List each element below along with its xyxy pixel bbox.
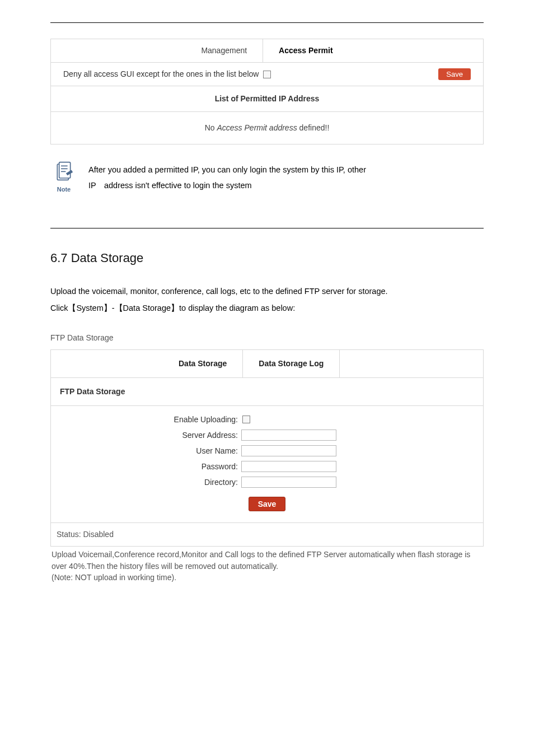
mid-rule xyxy=(50,228,484,228)
section-body: Upload the voicemail, monitor, conferenc… xyxy=(50,283,484,317)
ftp-caption: FTP Data Storage xyxy=(50,332,484,344)
ftp-tab-spacer-left xyxy=(51,350,163,377)
empty-italic: Access Permit address xyxy=(217,123,297,132)
tab-access-permit[interactable]: Access Permit xyxy=(263,39,349,62)
label-directory: Directory: xyxy=(51,477,241,488)
tab-data-storage[interactable]: Data Storage xyxy=(163,350,243,377)
svg-rect-1 xyxy=(59,162,71,178)
ftp-group-header: FTP Data Storage xyxy=(51,378,483,406)
note-icon-label: Note xyxy=(57,185,71,194)
ftp-tabs: Data Storage Data Storage Log xyxy=(51,350,483,378)
permitted-list-header: List of Permitted IP Address xyxy=(51,86,483,112)
label-user-name: User Name: xyxy=(51,445,241,457)
ftp-footer: Upload Voicemail,Conference record,Monit… xyxy=(50,547,484,583)
ftp-footer-line2: (Note: NOT upload in working time). xyxy=(51,572,483,583)
note-text: After you added a permitted IP, you can … xyxy=(88,161,366,193)
deny-label: Deny all access GUI except for the ones … xyxy=(63,68,259,80)
deny-row: Deny all access GUI except for the ones … xyxy=(51,63,483,86)
ftp-panel: Data Storage Data Storage Log FTP Data S… xyxy=(50,349,484,547)
top-rule xyxy=(50,22,484,23)
password-input[interactable] xyxy=(241,461,336,472)
label-password: Password: xyxy=(51,461,241,473)
section-heading: 6.7 Data Storage xyxy=(50,249,484,267)
permitted-list-empty: No Access Permit address defined!! xyxy=(51,112,483,144)
ftp-storage-shot: FTP Data Storage Data Storage Data Stora… xyxy=(50,332,484,583)
empty-suffix: defined!! xyxy=(297,123,330,132)
section-para1: Upload the voicemail, monitor, conferenc… xyxy=(50,283,484,300)
access-permit-panel: Management Access Permit Deny all access… xyxy=(50,39,484,144)
deny-checkbox[interactable] xyxy=(263,71,271,78)
ftp-tab-spacer-right xyxy=(340,350,483,377)
note-block: Note After you added a permitted IP, you… xyxy=(50,161,484,194)
ftp-status: Status: Disabled xyxy=(51,523,483,546)
ftp-save-button[interactable]: Save xyxy=(249,497,286,511)
label-server-address: Server Address: xyxy=(51,430,241,441)
note-line1: After you added a permitted IP, you can … xyxy=(88,162,366,178)
section-para2: Click【System】-【Data Storage】to display t… xyxy=(50,300,484,316)
ftp-form: Enable Uploading: Server Address: User N… xyxy=(51,406,483,523)
user-name-input[interactable] xyxy=(241,445,336,456)
ftp-footer-line1: Upload Voicemail,Conference record,Monit… xyxy=(51,549,483,572)
tab-data-storage-log[interactable]: Data Storage Log xyxy=(243,350,340,377)
server-address-input[interactable] xyxy=(241,430,336,441)
save-button[interactable]: Save xyxy=(438,68,471,80)
directory-input[interactable] xyxy=(241,477,336,488)
empty-prefix: No xyxy=(205,123,217,132)
note-line2: IP address isn't effective to login the … xyxy=(88,178,366,194)
access-permit-tabs: Management Access Permit xyxy=(51,39,483,63)
note-icon: Note xyxy=(50,161,77,194)
label-enable-uploading: Enable Uploading: xyxy=(51,414,241,426)
tab-management[interactable]: Management xyxy=(185,39,263,62)
enable-uploading-checkbox[interactable] xyxy=(242,416,250,423)
